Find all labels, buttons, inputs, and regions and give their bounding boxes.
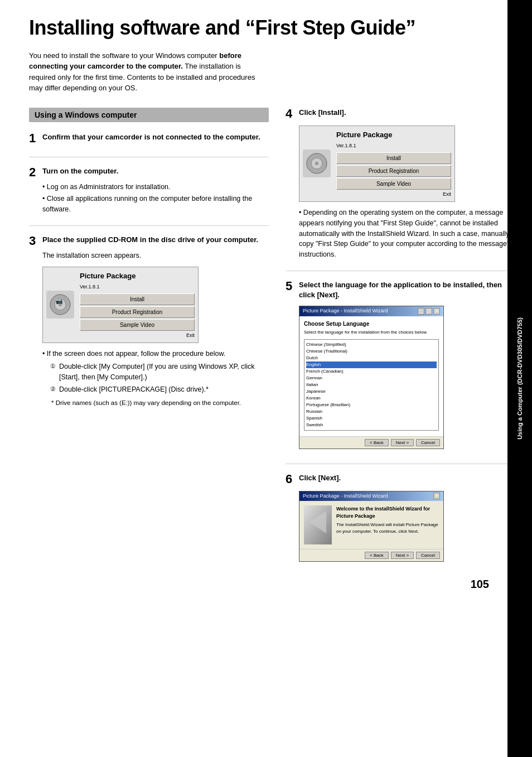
lang-japanese: Japanese: [306, 388, 437, 395]
lang-italian: Italian: [306, 382, 437, 388]
screenshot-version: Ver.1.8.1: [80, 283, 195, 291]
step-2-bullet-2: Close all applications running on the co…: [42, 194, 269, 215]
step-4-header: 4 Click [Install].: [286, 108, 520, 120]
sample-video-btn-mock-4: Sample Video: [336, 178, 451, 190]
wizard-welcome-body: Welcome to the InstallShield Wizard for …: [299, 501, 443, 549]
step-1-title: Confirm that your camcorder is not conne…: [42, 132, 260, 142]
cd-icon-2: [303, 150, 331, 177]
step-1-header: 1 Confirm that your camcorder is not con…: [29, 132, 269, 144]
next-btn-6[interactable]: Next >: [391, 552, 414, 559]
step-2-title: Turn on the computer.: [42, 166, 118, 176]
step-2-bullet-1: Log on as Administrators for installatio…: [42, 182, 269, 192]
lang-english: English: [306, 361, 437, 368]
install-btn-mock-4: Install: [336, 152, 451, 164]
page-container: Installing software and “First Step Guid…: [12, 0, 520, 602]
step-5-content: Picture Package - InstallShield Wizard _…: [299, 306, 520, 449]
step-3-bullet-1: If the screen does not appear, follow th…: [42, 349, 269, 359]
step-5-number: 5: [286, 280, 296, 292]
sample-video-btn-mock: Sample Video: [80, 319, 195, 331]
lang-chinese-simplified: Chinese (Simplified): [306, 341, 437, 348]
step-3-numbered: ① Double-click [My Computer] (If you are…: [50, 361, 269, 395]
step-6-wizard: Picture Package - InstallShield Wizard ✕: [299, 491, 444, 562]
lang-spanish: Spanish: [306, 415, 437, 422]
step-3-footnote: Drive names (such as (E:)) may vary depe…: [51, 398, 269, 408]
close-btn-5: ✕: [433, 308, 440, 315]
step-3-content: The installation screen appears. 📷: [42, 250, 269, 408]
step-6-title: Click [Next].: [299, 473, 341, 483]
lang-dutch: Dutch: [306, 355, 437, 361]
wizard-body-5: Choose Setup Language Select the languag…: [299, 316, 443, 436]
page-number: 105: [471, 578, 489, 591]
right-column: 4 Click [Install].: [286, 108, 520, 586]
step-3-header: 3 Place the supplied CD-ROM in the disc …: [29, 235, 269, 247]
wizard-titlebar-6: Picture Package - InstallShield Wizard ✕: [299, 491, 443, 502]
step-2-header: 2 Turn on the computer.: [29, 166, 269, 179]
step-3-screenshot: 📷 Picture Package Ver.1.8.1 Install Prod…: [42, 267, 199, 344]
product-reg-btn-mock-4: Product Registration: [336, 165, 451, 177]
minimize-btn-5: _: [418, 308, 424, 315]
wizard-title-buttons-5: _ □ ✕: [418, 308, 440, 315]
screenshot-title-4: Picture Package: [336, 129, 451, 141]
wizard-welcome-heading: Welcome to the InstallShield Wizard for …: [336, 505, 439, 519]
section-heading: Using a Windows computer: [29, 108, 269, 122]
step-2-content: Log on as Administrators for installatio…: [42, 182, 269, 215]
step-6: 6 Click [Next]. Picture Package - Instal…: [286, 473, 520, 577]
lang-chinese-traditional: Chinese (Traditional): [306, 348, 437, 355]
wizard-subtext-5: Select the language for the installation…: [304, 329, 439, 336]
exit-label-4: Exit: [336, 191, 451, 199]
back-btn-5[interactable]: < Back: [365, 439, 389, 446]
screenshot-version-4: Ver.1.8.1: [336, 142, 451, 150]
left-column: Using a Windows computer 1 Confirm that …: [29, 108, 269, 586]
product-reg-btn-mock: Product Registration: [80, 306, 195, 318]
step-6-header: 6 Click [Next].: [286, 473, 520, 485]
wizard-footer-6: < Back Next > Cancel: [299, 549, 443, 561]
lang-portuguese: Portuguese (Brazilian): [306, 402, 437, 408]
step-2-number: 2: [29, 166, 39, 179]
install-btn-mock: Install: [80, 293, 195, 305]
back-btn-6[interactable]: < Back: [365, 552, 389, 559]
wizard-listbox-5: Chinese (Simplified) Chinese (Traditiona…: [304, 339, 439, 431]
next-btn-5[interactable]: Next >: [391, 439, 414, 446]
lang-korean: Korean: [306, 395, 437, 402]
step-4-screenshot-content: Picture Package Ver.1.8.1 Install Produc…: [336, 129, 451, 199]
wizard-welcome-text: Welcome to the InstallShield Wizard for …: [336, 505, 439, 544]
step-3-number: 3: [29, 235, 39, 247]
svg-text:📷: 📷: [56, 297, 63, 305]
step-5-title: Select the language for the application …: [299, 280, 520, 300]
cancel-btn-6[interactable]: Cancel: [416, 552, 440, 559]
step-3-body: The installation screen appears.: [42, 250, 269, 261]
step-4: 4 Click [Install].: [286, 108, 520, 271]
lang-russian: Russian: [306, 408, 437, 415]
right-sidebar: Using a Computer (DCR-DVD305/DVD755): [507, 0, 532, 757]
cd-icon: 📷: [46, 291, 74, 319]
step-5: 5 Select the language for the applicatio…: [286, 280, 520, 464]
cancel-btn-5[interactable]: Cancel: [416, 439, 440, 446]
step-3-bullets: If the screen does not appear, follow th…: [42, 349, 269, 359]
intro-text: You need to install the software to your…: [29, 50, 269, 94]
step-5-header: 5 Select the language for the applicatio…: [286, 280, 520, 300]
step-4-screenshot: Picture Package Ver.1.8.1 Install Produc…: [299, 126, 455, 202]
wizard-welcome-graphic: [304, 505, 332, 544]
step-4-content: Picture Package Ver.1.8.1 Install Produc…: [299, 126, 520, 260]
step-6-content: Picture Package - InstallShield Wizard ✕: [299, 491, 520, 562]
step-4-bullets: Depending on the operating system on the…: [299, 208, 520, 260]
lang-swedish: Swedish: [306, 422, 437, 428]
step-4-number: 4: [286, 108, 296, 120]
step-3-title: Place the supplied CD-ROM in the disc dr…: [42, 235, 258, 245]
page-title: Installing software and “First Step Guid…: [29, 17, 520, 39]
wizard-heading-5: Choose Setup Language: [304, 320, 439, 328]
wizard-welcome-body-text: The InstallShield Wizard will install Pi…: [336, 522, 439, 534]
close-btn-6: ✕: [433, 493, 440, 499]
wizard-title-5: Picture Package - InstallShield Wizard: [303, 307, 388, 315]
step-6-number: 6: [286, 473, 296, 485]
two-column-layout: Using a Windows computer 1 Confirm that …: [29, 108, 520, 586]
sidebar-label: Using a Computer (DCR-DVD305/DVD755): [516, 317, 523, 440]
maximize-btn-5: □: [425, 308, 432, 315]
step-3-screenshot-content: Picture Package Ver.1.8.1 Install Produc…: [80, 271, 195, 340]
step-4-bullet-1: Depending on the operating system on the…: [299, 208, 520, 260]
step-2: 2 Turn on the computer. Log on as Admini…: [29, 166, 269, 226]
screenshot-title: Picture Package: [80, 271, 195, 282]
exit-label: Exit: [80, 332, 195, 340]
intro-text-1: You need to install the software to your…: [29, 51, 219, 60]
step-3-num-1: ① Double-click [My Computer] (If you are…: [50, 361, 269, 383]
